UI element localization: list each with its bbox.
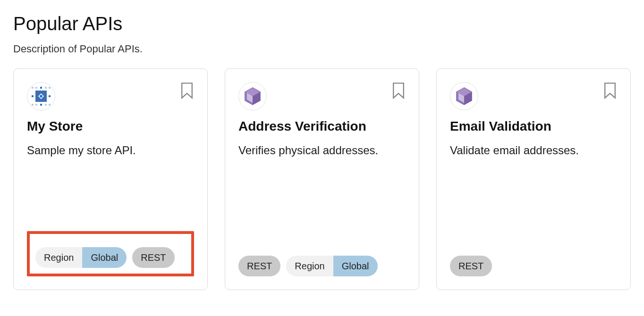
cube-icon [238, 82, 267, 110]
badge-rest[interactable]: REST [450, 256, 492, 276]
svg-rect-2 [40, 87, 42, 89]
svg-rect-6 [35, 104, 37, 106]
card-header [27, 82, 194, 110]
highlight-box: Region Global REST [27, 231, 194, 276]
badge-label: REST [238, 256, 280, 276]
badge-region-global[interactable]: Region Global [35, 247, 127, 268]
badge-left: Region [286, 256, 333, 276]
card-title: My Store [27, 119, 194, 134]
badges-row: REST Region Global [238, 256, 406, 276]
svg-rect-10 [32, 95, 34, 97]
badge-label: REST [132, 247, 174, 268]
svg-rect-8 [45, 104, 47, 106]
svg-rect-1 [35, 87, 37, 89]
card-title: Address Verification [238, 119, 406, 134]
card-header [450, 82, 617, 110]
badge-rest[interactable]: REST [132, 247, 174, 268]
svg-rect-11 [49, 95, 51, 97]
card-header [238, 82, 406, 110]
badge-rest[interactable]: REST [238, 256, 280, 276]
card-description: Sample my store API. [27, 142, 194, 231]
card-description: Verifies physical addresses. [238, 142, 406, 247]
page-title: Popular APIs [13, 13, 631, 34]
svg-rect-5 [32, 104, 34, 106]
bookmark-icon[interactable] [391, 82, 406, 101]
badge-right: Global [333, 256, 378, 276]
page-description: Description of Popular APIs. [13, 43, 631, 55]
svg-rect-4 [49, 87, 51, 89]
api-card-address-verification[interactable]: Address Verification Verifies physical a… [225, 68, 419, 290]
svg-rect-0 [32, 87, 34, 89]
api-card-email-validation[interactable]: Email Validation Validate email addresse… [436, 68, 631, 290]
svg-rect-7 [40, 104, 42, 106]
badge-left: Region [35, 247, 82, 268]
svg-point-13 [40, 95, 42, 98]
cards-row: My Store Sample my store API. Region Glo… [13, 68, 631, 290]
badges-row: REST [450, 256, 617, 276]
bookmark-icon[interactable] [180, 82, 194, 101]
svg-rect-3 [45, 87, 47, 89]
cube-icon [450, 82, 478, 110]
api-card-my-store[interactable]: My Store Sample my store API. Region Glo… [13, 68, 208, 290]
badge-region-global[interactable]: Region Global [286, 256, 377, 276]
svg-rect-9 [49, 104, 51, 106]
badges-row: Region Global REST [35, 247, 186, 268]
card-title: Email Validation [450, 119, 617, 134]
card-description: Validate email addresses. [450, 142, 617, 247]
bookmark-icon[interactable] [603, 82, 617, 101]
badge-right: Global [82, 247, 127, 268]
badge-label: REST [450, 256, 492, 276]
mystore-icon [27, 82, 55, 110]
